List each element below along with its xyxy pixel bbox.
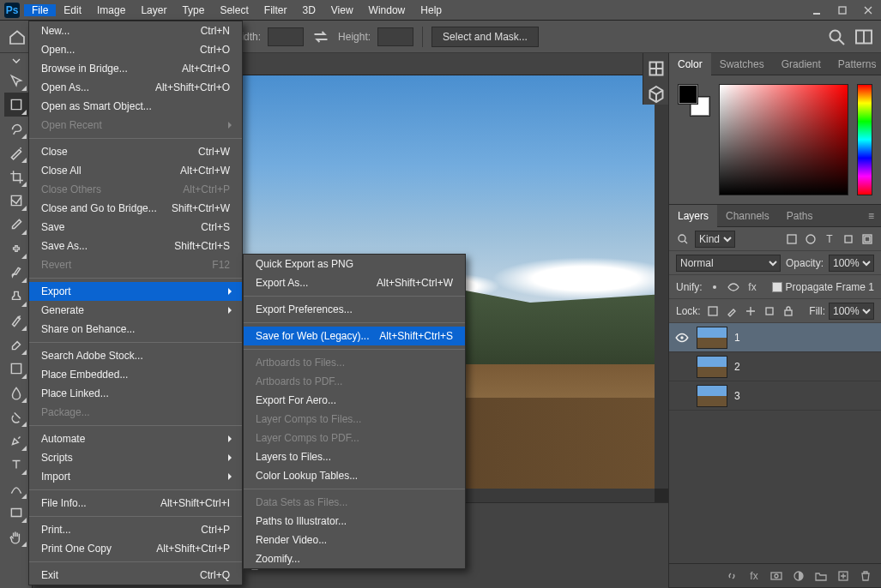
tool-crop[interactable]	[4, 165, 28, 189]
menu-image[interactable]: Image	[89, 4, 133, 16]
tab-paths[interactable]: Paths	[778, 205, 822, 227]
menuitem-generate[interactable]: Generate	[29, 301, 242, 320]
tool-pen[interactable]	[4, 429, 28, 453]
fill-select[interactable]: 100%	[829, 303, 874, 320]
menuitem-export-as[interactable]: Export As...Alt+Shift+Ctrl+W	[244, 273, 465, 292]
tool-type[interactable]	[4, 453, 28, 477]
lock-all-icon[interactable]	[781, 304, 795, 318]
lock-pixels-icon[interactable]	[725, 304, 739, 318]
mini-guides-icon[interactable]	[646, 58, 667, 79]
tool-collapse-icon[interactable]	[10, 57, 22, 65]
group-icon[interactable]	[814, 569, 828, 583]
layer-row[interactable]: 1	[669, 323, 881, 352]
filter-shape-icon[interactable]	[842, 232, 855, 246]
menuitem-file-info[interactable]: File Info...Alt+Shift+Ctrl+I	[29, 494, 242, 513]
adjustment-icon[interactable]	[792, 569, 806, 583]
tool-path[interactable]	[4, 477, 28, 501]
close-window-button[interactable]	[855, 0, 881, 21]
menuitem-quick-export-as-png[interactable]: Quick Export as PNG	[244, 255, 465, 273]
filter-type-select[interactable]: Kind	[695, 231, 735, 248]
menu-type[interactable]: Type	[174, 4, 212, 16]
menu-3d[interactable]: 3D	[294, 4, 323, 16]
menuitem-browse-in-bridge[interactable]: Browse in Bridge...Alt+Ctrl+O	[29, 59, 242, 78]
tool-stamp[interactable]	[4, 285, 28, 309]
lock-transparency-icon[interactable]	[706, 304, 720, 318]
menuitem-export-for-aero[interactable]: Export For Aero...	[244, 391, 465, 410]
tab-patterns[interactable]: Patterns	[830, 53, 881, 75]
menuitem-scripts[interactable]: Scripts	[29, 448, 242, 467]
tool-move[interactable]	[4, 69, 28, 93]
menu-edit[interactable]: Edit	[56, 4, 89, 16]
hue-slider[interactable]	[857, 84, 872, 195]
menuitem-save-as[interactable]: Save As...Shift+Ctrl+S	[29, 237, 242, 255]
trash-icon[interactable]	[859, 569, 872, 583]
menuitem-export-preferences[interactable]: Export Preferences...	[244, 300, 465, 319]
new-layer-icon[interactable]	[836, 569, 850, 583]
tab-swatches[interactable]: Swatches	[711, 53, 773, 75]
search-icon[interactable]	[826, 27, 847, 47]
menu-filter[interactable]: Filter	[256, 4, 295, 16]
tool-dodge[interactable]	[4, 405, 28, 429]
tool-wand[interactable]	[4, 141, 28, 165]
unify-position-icon[interactable]	[708, 280, 721, 294]
menuitem-open-as[interactable]: Open As...Alt+Shift+Ctrl+O	[29, 78, 242, 97]
menuitem-open[interactable]: Open...Ctrl+O	[29, 40, 242, 59]
menuitem-render-video[interactable]: Render Video...	[244, 531, 465, 549]
menuitem-paths-to-illustrator[interactable]: Paths to Illustrator...	[244, 512, 465, 531]
tab-color[interactable]: Color	[669, 53, 711, 75]
link-icon[interactable]	[725, 569, 739, 583]
swap-icon[interactable]	[311, 27, 331, 47]
fg-bg-swatch[interactable]	[678, 84, 710, 117]
workspace-icon[interactable]	[854, 27, 874, 47]
tool-history[interactable]	[4, 309, 28, 333]
panel-menu-icon[interactable]: ≡	[861, 210, 881, 222]
unify-visibility-icon[interactable]	[727, 280, 740, 294]
visibility-icon[interactable]	[674, 359, 690, 375]
maximize-button[interactable]	[830, 0, 855, 21]
tool-blur[interactable]	[4, 381, 28, 405]
menuitem-share-on-behance[interactable]: Share on Behance...	[29, 320, 242, 339]
blend-mode-select[interactable]: Normal	[676, 255, 781, 272]
tool-eraser[interactable]	[4, 333, 28, 357]
menuitem-zoomify[interactable]: Zoomify...	[244, 549, 465, 568]
filter-adjust-icon[interactable]	[804, 232, 818, 246]
propagate-checkbox[interactable]	[772, 282, 782, 292]
mask-icon[interactable]	[769, 569, 783, 583]
tab-layers[interactable]: Layers	[669, 205, 717, 227]
lock-position-icon[interactable]	[744, 304, 757, 318]
color-field[interactable]	[719, 84, 848, 195]
menu-window[interactable]: Window	[361, 4, 413, 16]
tool-frame[interactable]	[4, 189, 28, 213]
filter-pixel-icon[interactable]	[785, 232, 799, 246]
mini-cube-icon[interactable]	[646, 84, 667, 105]
menuitem-close[interactable]: CloseCtrl+W	[29, 142, 242, 161]
menuitem-open-as-smart-object[interactable]: Open as Smart Object...	[29, 97, 242, 116]
width-input[interactable]	[268, 27, 304, 46]
minimize-button[interactable]	[804, 0, 830, 21]
fx-icon[interactable]: fx	[747, 569, 761, 583]
menuitem-save-for-web-legacy[interactable]: Save for Web (Legacy)...Alt+Shift+Ctrl+S	[244, 327, 465, 345]
menuitem-save[interactable]: SaveCtrl+S	[29, 218, 242, 237]
tool-brush[interactable]	[4, 261, 28, 285]
menuitem-import[interactable]: Import	[29, 467, 242, 486]
menuitem-close-all[interactable]: Close AllAlt+Ctrl+W	[29, 161, 242, 180]
home-icon[interactable]	[7, 27, 27, 47]
menu-file[interactable]: File	[24, 4, 56, 16]
menuitem-color-lookup-tables[interactable]: Color Lookup Tables...	[244, 466, 465, 485]
tool-eyedrop[interactable]	[4, 213, 28, 237]
menu-select[interactable]: Select	[212, 4, 256, 16]
menu-help[interactable]: Help	[413, 4, 450, 16]
unify-style-icon[interactable]: fx	[745, 280, 759, 294]
menuitem-automate[interactable]: Automate	[29, 429, 242, 448]
menuitem-close-and-go-to-bridge[interactable]: Close and Go to Bridge...Shift+Ctrl+W	[29, 199, 242, 218]
tool-lasso[interactable]	[4, 117, 28, 141]
height-input[interactable]	[377, 27, 413, 46]
opacity-select[interactable]: 100%	[829, 255, 874, 272]
menu-view[interactable]: View	[323, 4, 361, 16]
menuitem-new[interactable]: New...Ctrl+N	[29, 21, 242, 40]
tool-rect[interactable]	[4, 501, 28, 525]
tool-marquee[interactable]	[4, 93, 28, 117]
menuitem-place-linked[interactable]: Place Linked...	[29, 384, 242, 403]
tool-heal[interactable]	[4, 237, 28, 261]
visibility-icon[interactable]	[674, 330, 690, 345]
